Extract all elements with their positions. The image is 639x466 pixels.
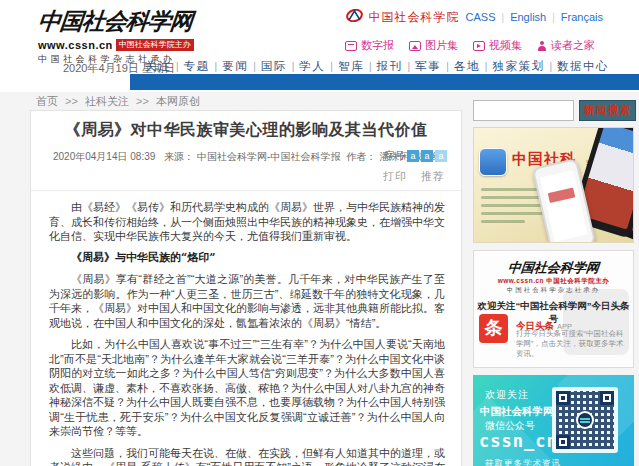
nav-item-9[interactable]: 各地 [454, 59, 480, 74]
toutiao-cssn-logo-url: www.cssn.cn 中国社会科学院主办 [474, 277, 633, 286]
page: 中国社会科学网 www.cssn.cn 中国社会科学院主办 中国社会科学杂志社承… [0, 0, 639, 466]
nav-separator: | [253, 61, 256, 72]
toutiao-cssn-logo-sub: 中国社会科学杂志社承办 [474, 286, 633, 295]
nav-bar-strip [130, 74, 639, 90]
print-button[interactable]: 打印 [383, 170, 407, 182]
search-input[interactable] [473, 100, 574, 121]
sponsor-badge: 中国社会科学院主办 [116, 39, 194, 51]
digital-paper-icon [345, 41, 357, 51]
cass-link[interactable]: 中国社会科学院 [369, 9, 460, 26]
quick-link-3[interactable]: 视频集 [473, 38, 522, 53]
nav-item-7[interactable]: 报刊 [377, 59, 403, 74]
font-size-large-button[interactable]: a [407, 150, 419, 162]
wechat-line1: 欢迎关注 [485, 388, 529, 402]
toutiao-description: 打开今日头条可搜索“中国社会科学网”，点击关注，获取更多学术资讯。 [516, 329, 628, 359]
recommend-button[interactable]: 推荐 [421, 170, 445, 182]
quick-link-label: 视频集 [489, 38, 522, 53]
quick-link-label: 数字报 [361, 38, 394, 53]
pictures-icon [409, 41, 421, 51]
lang-separator: | [552, 12, 555, 23]
toutiao-cssn-logo: 中国社会科学网 www.cssn.cn 中国社会科学院主办 中国社会科学杂志社承… [474, 258, 633, 295]
site-logo-line2: www.cssn.cn 中国社会科学院主办 [38, 39, 194, 51]
article-actions: 打印 推荐 [31, 169, 461, 191]
readers-home-icon [537, 41, 547, 51]
wechat-qr-code [552, 387, 618, 453]
wechat-account-id: cssn_cn [479, 431, 558, 451]
nav-item-4[interactable]: 国际 [261, 59, 287, 74]
cass-logo-icon [346, 8, 363, 26]
videos-icon [473, 41, 485, 51]
nav-separator: | [369, 61, 372, 72]
font-size-small-button[interactable]: a [435, 150, 447, 162]
wechat-promo-banner: 欢迎关注 中国社会科学网 微信公众号 cssn_cn 获取更多学术资讯 [473, 375, 634, 466]
app-icon [479, 148, 507, 176]
nav-item-6[interactable]: 智库 [338, 59, 364, 74]
article-date: 2020年04月14日 08:39 [53, 151, 155, 162]
site-logo-calligraphy: 中国社会科学网 [36, 6, 193, 37]
nav-separator: | [549, 61, 552, 72]
breadcrumb-separator: >> [136, 95, 149, 107]
lang-link-english[interactable]: English [510, 11, 546, 23]
nav-item-11[interactable]: 数据中心 [557, 59, 609, 74]
breadcrumb-separator: >> [65, 95, 78, 107]
font-size-control: 字号 a a a [385, 149, 447, 163]
site-url: www.cssn.cn [38, 39, 113, 51]
font-size-medium-button[interactable]: a [421, 150, 433, 162]
lang-separator: | [502, 12, 505, 23]
breadcrumb-current[interactable]: 本网原创 [156, 95, 200, 107]
nav-item-10[interactable]: 独家策划 [492, 59, 544, 74]
toutiao-icon: 条 [479, 314, 508, 343]
quick-link-label: 读者之家 [551, 38, 595, 53]
nav-separator: | [330, 61, 333, 72]
nav-item-1[interactable]: 关注 [145, 59, 171, 74]
article-paragraph: 由《易经》《易传》和历代易学史构成的《周易》世界，与中华民族精神的发育、成长和传… [49, 200, 445, 244]
article-paragraph: 比如，为什么中国人喜欢说“事不过三”“三生有幸”？为什么中国人要说“天南地北”而… [49, 337, 445, 439]
search-row: 新闻搜索 [473, 100, 637, 122]
nav-item-3[interactable]: 要闻 [222, 59, 248, 74]
app-promo-banner[interactable]: 中国社科 客户端 [473, 127, 634, 243]
wechat-line4: 获取更多学术资讯 [485, 458, 561, 466]
nav-item-2[interactable]: 专题 [184, 59, 210, 74]
lang-link-cass[interactable]: CASS [466, 11, 496, 23]
quick-link-1[interactable]: 数字报 [345, 38, 394, 53]
lang-link-francais[interactable]: Français [561, 11, 603, 23]
nav-separator: | [446, 61, 449, 72]
search-button[interactable]: 新闻搜索 [579, 100, 636, 121]
nav-item-5[interactable]: 学人 [299, 59, 325, 74]
toutiao-promo-box: 中国社会科学网 www.cssn.cn 中国社会科学院主办 中国社会科学杂志社承… [473, 250, 634, 368]
quick-link-2[interactable]: 图片集 [409, 38, 458, 53]
nav-separator: | [485, 61, 488, 72]
article-title: 《周易》对中华民族审美心理的影响及其当代价值 [31, 120, 461, 141]
article-source-label: 来源： [164, 151, 194, 162]
article-meta: 2020年04月14日 08:39 来源：中国社会科学网-中国社会科学报 作者：… [31, 150, 461, 164]
quick-link-label: 图片集 [425, 38, 458, 53]
nav-item-8[interactable]: 军事 [415, 59, 441, 74]
font-size-label: 字号 [385, 149, 405, 163]
breadcrumb-home[interactable]: 首页 [36, 95, 58, 107]
article-body: 由《易经》《易传》和历代易学史构成的《周易》世界，与中华民族精神的发育、成长和传… [31, 191, 461, 466]
breadcrumb-section[interactable]: 社科关注 [85, 95, 129, 107]
article-paragraph: 《周易》享有“群经之首”“大道之源”的美誉。几千年来，对中华民族产生了至为深远的… [49, 272, 445, 330]
article-subheading: 《周易》与中华民族的“烙印” [49, 251, 445, 266]
nav-separator: | [408, 61, 411, 72]
article-author-label: 作者： [346, 151, 376, 162]
article-source: 中国社会科学网-中国社会科学报 [197, 151, 340, 162]
site-logo[interactable]: 中国社会科学网 www.cssn.cn 中国社会科学院主办 中国社会科学杂志社承… [38, 6, 194, 66]
main-nav: 关注|专题|要闻|国际|学人|智库|报刊|军事|各地|独家策划|数据中心 [145, 59, 609, 74]
toutiao-cssn-logo-name: 中国社会科学网 [507, 259, 600, 277]
nav-separator: | [215, 61, 218, 72]
article-paragraph: 这些问题，我们可能每天在说、在做、在实践，但鲜有人知道其中的道理，或者说缘由。《… [49, 446, 445, 466]
wechat-line2: 中国社会科学网 [480, 405, 554, 419]
article-box: 《周易》对中华民族审美心理的影响及其当代价值 2020年04月14日 08:39… [30, 110, 462, 466]
nav-separator: | [292, 61, 295, 72]
nav-separator: | [176, 61, 179, 72]
breadcrumb: 首页 >> 社科关注 >> 本网原创 [36, 94, 200, 109]
header-top-right: 中国社会科学院 CASS | English | Français [346, 8, 603, 26]
quick-link-4[interactable]: 读者之家 [537, 38, 595, 53]
quick-links: 数字报图片集视频集读者之家 [345, 38, 595, 53]
